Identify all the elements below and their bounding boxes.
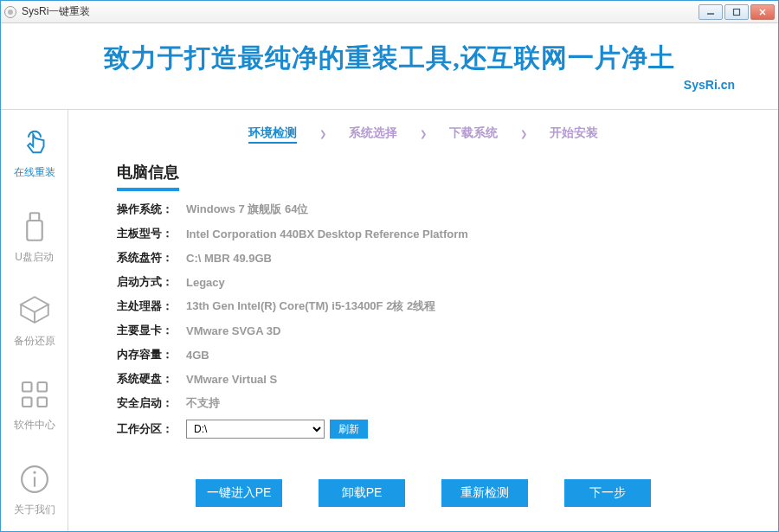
info-value: Windows 7 旗舰版 64位 (186, 202, 308, 217)
info-row-os: 操作系统： Windows 7 旗舰版 64位 (117, 202, 744, 217)
svg-rect-8 (23, 398, 32, 407)
info-value: 不支持 (186, 395, 220, 411)
section-title: 电脑信息 (117, 162, 179, 191)
recheck-button[interactable]: 重新检测 (441, 479, 528, 507)
info-row-boot: 启动方式： Legacy (117, 274, 744, 290)
banner-subtitle: SysRi.cn (684, 78, 735, 92)
step-system-select[interactable]: 系统选择 (349, 125, 397, 141)
sidebar-item-about-us[interactable]: 关于我们 (1, 447, 68, 531)
info-label: 主要显卡： (117, 323, 186, 338)
info-value: C:\ MBR 49.9GB (186, 252, 272, 265)
info-label: 安全启动： (117, 395, 186, 411)
app-icon (4, 6, 16, 18)
info-label: 工作分区： (117, 421, 186, 437)
chevron-right-icon: ❯ (520, 129, 527, 138)
info-row-gpu: 主要显卡： VMware SVGA 3D (117, 323, 744, 338)
titlebar: SysRi一键重装 (1, 1, 778, 23)
titlebar-text: SysRi一键重装 (22, 4, 699, 19)
svg-rect-1 (734, 9, 740, 15)
sidebar-item-label: 在线重装 (14, 165, 55, 180)
svg-rect-5 (27, 221, 42, 240)
chevron-right-icon: ❯ (420, 129, 427, 138)
step-env-check[interactable]: 环境检测 (248, 125, 297, 141)
sidebar-item-label: U盘启动 (15, 250, 54, 265)
usb-icon (16, 208, 53, 245)
svg-rect-4 (29, 213, 39, 221)
info-label: 系统硬盘： (117, 371, 186, 387)
info-value: VMware SVGA 3D (186, 324, 280, 337)
info-label: 内存容量： (117, 347, 186, 362)
step-download[interactable]: 下载系统 (449, 125, 498, 141)
main-content: 环境检测 ❯ 系统选择 ❯ 下载系统 ❯ 开始安装 电脑信息 操作系统： Win… (68, 110, 778, 531)
info-value: VMware Virtual S (186, 373, 277, 386)
info-label: 主板型号： (117, 226, 186, 241)
step-install[interactable]: 开始安装 (550, 125, 598, 141)
info-row-cpu: 主处理器： 13th Gen Intel(R) Core(TM) i5-1340… (117, 298, 744, 314)
info-label: 启动方式： (117, 274, 186, 290)
info-row-workpart: 工作分区： D:\ 刷新 (117, 420, 744, 439)
next-button[interactable]: 下一步 (564, 479, 651, 507)
window-controls (699, 4, 775, 20)
work-partition-select[interactable]: D:\ (186, 420, 325, 439)
chevron-right-icon: ❯ (319, 129, 326, 138)
banner: 致力于打造最纯净的重装工具,还互联网一片净土 SysRi.cn (1, 23, 778, 110)
grid-icon (16, 376, 53, 413)
info-value: 13th Gen Intel(R) Core(TM) i5-13400F 2核 … (186, 298, 435, 314)
svg-rect-6 (23, 382, 32, 392)
info-label: 操作系统： (117, 202, 186, 217)
info-row-disk: 系统硬盘： VMware Virtual S (117, 371, 744, 387)
minimize-button[interactable] (699, 4, 723, 20)
info-row-secure: 安全启动： 不支持 (117, 395, 744, 411)
sidebar-item-label: 关于我们 (14, 503, 55, 517)
sidebar-item-usb-boot[interactable]: U盘启动 (1, 194, 68, 278)
body-area: 在线重装 U盘启动 (1, 110, 778, 531)
close-button[interactable] (750, 4, 775, 20)
info-row-drive: 系统盘符： C:\ MBR 49.9GB (117, 250, 744, 266)
sidebar: 在线重装 U盘启动 (1, 110, 68, 531)
touch-icon (16, 124, 53, 160)
info-list: 操作系统： Windows 7 旗舰版 64位 主板型号： Intel Corp… (117, 202, 744, 439)
info-icon (16, 461, 53, 497)
action-bar: 一键进入PE 卸载PE 重新检测 下一步 (103, 479, 744, 516)
svg-rect-9 (37, 398, 47, 407)
sidebar-item-label: 备份还原 (14, 334, 55, 349)
app-window: SysRi一键重装 致力于打造最纯净的重装工具,还互联网一片净土 SysRi.c… (0, 0, 779, 532)
svg-point-11 (33, 471, 35, 473)
sidebar-item-online-reinstall[interactable]: 在线重装 (1, 110, 68, 194)
info-value: Legacy (186, 276, 225, 289)
enter-pe-button[interactable]: 一键进入PE (196, 479, 282, 507)
unload-pe-button[interactable]: 卸载PE (319, 479, 405, 507)
info-label: 系统盘符： (117, 250, 186, 266)
info-label: 主处理器： (117, 298, 186, 314)
info-value: 4GB (186, 349, 209, 362)
info-row-board: 主板型号： Intel Corporation 440BX Desktop Re… (117, 226, 744, 241)
sidebar-item-software-center[interactable]: 软件中心 (1, 362, 68, 446)
steps: 环境检测 ❯ 系统选择 ❯ 下载系统 ❯ 开始安装 (103, 125, 744, 141)
box-icon (16, 292, 53, 329)
info-value: Intel Corporation 440BX Desktop Referenc… (186, 228, 468, 240)
maximize-button[interactable] (724, 4, 749, 20)
info-row-ram: 内存容量： 4GB (117, 347, 744, 362)
sidebar-item-label: 软件中心 (14, 418, 55, 433)
refresh-button[interactable]: 刷新 (330, 420, 368, 439)
sidebar-item-backup-restore[interactable]: 备份还原 (1, 279, 68, 362)
banner-title: 致力于打造最纯净的重装工具,还互联网一片净土 (104, 41, 675, 76)
svg-rect-7 (37, 382, 47, 392)
